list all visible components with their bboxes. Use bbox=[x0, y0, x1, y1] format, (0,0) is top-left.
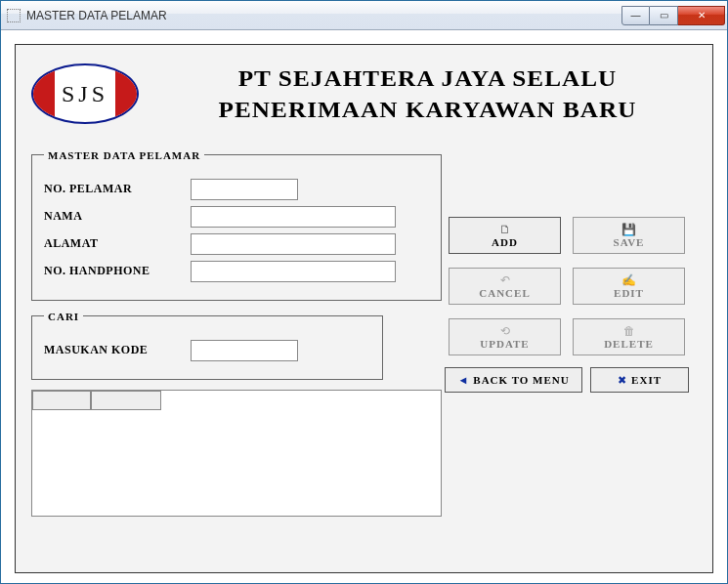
content-area: SJS PT SEJAHTERA JAYA SELALU PENERIMAAN … bbox=[1, 30, 727, 583]
app-icon bbox=[7, 9, 21, 22]
datagrid-header bbox=[32, 391, 161, 410]
close-button[interactable]: ✕ bbox=[678, 6, 725, 25]
master-data-group: MASTER DATA PELAMAR NO. PELAMAR NAMA ALA… bbox=[31, 149, 442, 301]
label-masukan-kode: MASUKAN KODE bbox=[44, 343, 191, 357]
back-arrow-icon: ◄ bbox=[457, 374, 469, 386]
edit-icon: ✍ bbox=[621, 274, 636, 286]
label-alamat: ALAMAT bbox=[44, 236, 191, 251]
delete-label: DELETE bbox=[604, 339, 654, 350]
refresh-icon: ⟲ bbox=[500, 325, 510, 337]
undo-icon: ↶ bbox=[500, 274, 510, 286]
cari-legend: CARI bbox=[44, 311, 83, 322]
minimize-button[interactable]: — bbox=[621, 6, 650, 25]
titlebar[interactable]: MASTER DATA PELAMAR — ▭ ✕ bbox=[1, 1, 727, 30]
save-button[interactable]: 💾 SAVE bbox=[573, 217, 685, 254]
save-icon: 💾 bbox=[621, 224, 636, 235]
add-button[interactable]: 🗋 ADD bbox=[449, 217, 561, 254]
row-no-pelamar: NO. PELAMAR bbox=[44, 179, 429, 200]
new-file-icon: 🗋 bbox=[499, 224, 511, 235]
company-line1: PT SEJAHTERA JAYA SELALU bbox=[145, 63, 710, 94]
button-grid: 🗋 ADD 💾 SAVE ↶ CANCEL ✍ EDIT bbox=[445, 211, 689, 361]
row-alamat: ALAMAT bbox=[44, 233, 429, 255]
label-no-pelamar: NO. PELAMAR bbox=[44, 182, 191, 196]
company-title: PT SEJAHTERA JAYA SELALU PENERIMAAN KARY… bbox=[145, 63, 710, 126]
master-legend: MASTER DATA PELAMAR bbox=[44, 149, 204, 161]
exit-button[interactable]: ✖ EXIT bbox=[590, 367, 689, 393]
input-alamat[interactable] bbox=[191, 233, 396, 255]
button-row-bottom: ◄ BACK TO MENU ✖ EXIT bbox=[445, 367, 689, 393]
input-no-handphone[interactable] bbox=[191, 261, 396, 282]
input-nama[interactable] bbox=[191, 206, 396, 228]
search-group: CARI MASUKAN KODE bbox=[31, 311, 383, 380]
label-no-handphone: NO. HANDPHONE bbox=[44, 264, 191, 278]
back-to-menu-button[interactable]: ◄ BACK TO MENU bbox=[445, 367, 582, 393]
trash-icon: 🗑 bbox=[623, 325, 635, 337]
datagrid[interactable] bbox=[31, 390, 442, 517]
row-nama: NAMA bbox=[44, 206, 429, 228]
cancel-button[interactable]: ↶ CANCEL bbox=[449, 268, 561, 305]
company-logo: SJS bbox=[31, 63, 139, 124]
row-no-handphone: NO. HANDPHONE bbox=[44, 261, 429, 282]
logo-text: SJS bbox=[62, 81, 108, 107]
app-window: MASTER DATA PELAMAR — ▭ ✕ SJS PT SEJAHTE… bbox=[0, 0, 728, 584]
row-masukan-kode: MASUKAN KODE bbox=[44, 340, 370, 361]
main-frame: SJS PT SEJAHTERA JAYA SELALU PENERIMAAN … bbox=[15, 44, 713, 573]
update-button[interactable]: ⟲ UPDATE bbox=[449, 318, 561, 355]
window-title: MASTER DATA PELAMAR bbox=[26, 9, 621, 22]
header: SJS PT SEJAHTERA JAYA SELALU PENERIMAAN … bbox=[31, 63, 697, 126]
back-label: BACK TO MENU bbox=[473, 374, 569, 386]
delete-button[interactable]: 🗑 DELETE bbox=[573, 318, 685, 355]
add-label: ADD bbox=[492, 237, 518, 248]
label-nama: NAMA bbox=[44, 209, 191, 224]
update-label: UPDATE bbox=[480, 339, 529, 350]
exit-label: EXIT bbox=[631, 374, 662, 386]
exit-icon: ✖ bbox=[618, 374, 627, 387]
datagrid-col2[interactable] bbox=[91, 391, 161, 410]
input-masukan-kode[interactable] bbox=[191, 340, 298, 361]
edit-button[interactable]: ✍ EDIT bbox=[573, 268, 685, 305]
maximize-button[interactable]: ▭ bbox=[650, 6, 678, 25]
cancel-label: CANCEL bbox=[479, 288, 530, 299]
window-controls: — ▭ ✕ bbox=[621, 6, 725, 25]
form-left: MASTER DATA PELAMAR NO. PELAMAR NAMA ALA… bbox=[31, 149, 442, 517]
datagrid-col1[interactable] bbox=[32, 391, 91, 410]
edit-label: EDIT bbox=[614, 288, 644, 299]
buttons-panel: 🗋 ADD 💾 SAVE ↶ CANCEL ✍ EDIT bbox=[445, 211, 689, 393]
input-no-pelamar[interactable] bbox=[191, 179, 298, 200]
save-label: SAVE bbox=[614, 237, 645, 248]
company-line2: PENERIMAAN KARYAWAN BARU bbox=[145, 94, 710, 125]
